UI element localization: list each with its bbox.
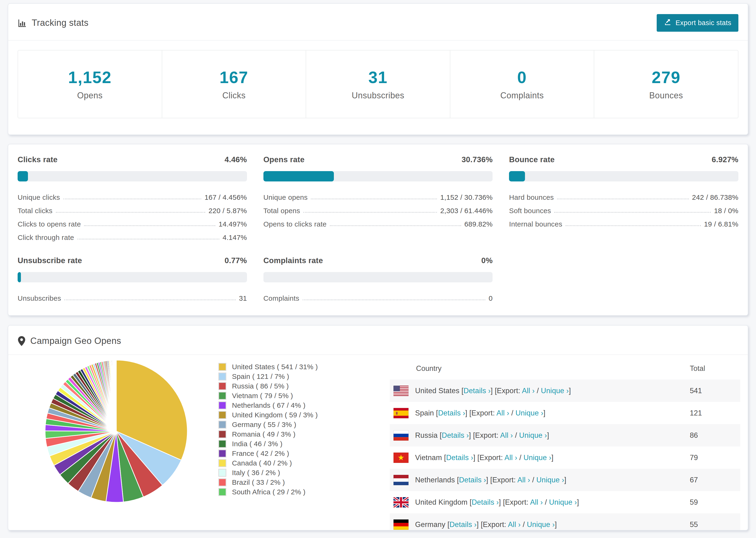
country-cell-netherlands: Netherlands [Details ›] [Export: All › /… [415,476,662,484]
rate-head-complaints-rate: Complaints rate0% [263,256,493,265]
country-name: Germany [ [415,520,450,529]
export-unique-link-vietnam[interactable]: Unique › [523,454,552,462]
table-row-russia: Russia [Details ›] [Export: All › / Uniq… [390,424,740,447]
rate-row-value: 19 / 6.81% [704,220,738,228]
rate-row-total-clicks: Total clicks220 / 5.87% [18,201,247,215]
details-link-united-kingdom[interactable]: Details › [472,498,499,506]
export-all-link-spain[interactable]: All › [497,409,509,417]
country-cell-russia: Russia [Details ›] [Export: All › / Uniq… [415,431,662,440]
rate-row-total-opens: Total opens2,303 / 61.446% [263,201,493,215]
geo-table: Country Total United States [Details ›] … [390,357,740,530]
export-all-link-russia[interactable]: All › [500,431,513,439]
rate-progressbar-complaints-rate [263,272,493,282]
rate-row-soft-bounces: Soft bounces18 / 0% [509,201,738,215]
pie-slice-other-47 [116,360,116,431]
rate-value: 0.77% [225,256,247,265]
separator-text: / [535,387,541,395]
stat-value-unsubscribes: 31 [368,68,388,87]
stat-card-bounces: 279Bounces [594,50,738,118]
export-all-link-vietnam[interactable]: All › [505,454,517,462]
country-name: United States [ [415,387,463,395]
legend-label: United Kingdom ( 59 / 3% ) [232,411,318,419]
rate-row-label: Hard bounces [509,193,554,201]
legend-item-russia: Russia ( 86 / 5% ) [218,381,331,391]
map-pin-icon [18,336,26,346]
rate-rows: Unique opens1,152 / 30.736%Total opens2,… [263,188,493,228]
dotted-leader [566,225,701,226]
legend-label: Spain ( 121 / 7% ) [232,372,289,381]
rate-row-label: Opens to clicks rate [263,220,327,228]
legend-swatch [218,478,226,486]
flag-gb-icon [394,497,408,508]
geo-title-text: Campaign Geo Opens [30,336,121,346]
legend-swatch [218,440,226,448]
rate-row-value: 4.147% [223,234,247,242]
export-unique-link-netherlands[interactable]: Unique › [536,476,564,484]
legend-item-brazil: Brazil ( 33 / 2% ) [218,477,331,487]
details-link-spain[interactable]: Details › [438,409,465,417]
export-unique-link-spain[interactable]: Unique › [515,409,543,417]
country-cell-spain: Spain [Details ›] [Export: All › / Uniqu… [415,409,662,417]
total-cell-united-kingdom: 59 [662,498,740,507]
legend-swatch [218,363,226,371]
total-cell-united-states: 541 [662,387,740,395]
legend-swatch [218,411,226,419]
legend-swatch [218,392,226,400]
export-all-link-united-states[interactable]: All › [522,387,535,395]
details-link-russia[interactable]: Details › [442,431,469,439]
rate-row-internal-bounces: Internal bounces19 / 6.81% [509,215,738,228]
bracket-text: ] [564,476,566,484]
legend-item-united-kingdom: United Kingdom ( 59 / 3% ) [218,410,331,420]
rate-progress-fill [18,272,21,282]
bracket-text: ] [Export: [469,431,500,439]
rate-value: 0% [481,256,493,265]
legend-swatch [218,430,226,438]
details-link-vietnam[interactable]: Details › [446,454,473,462]
legend-item-romania: Romania ( 49 / 3% ) [218,429,331,439]
separator-text: / [517,454,523,462]
rate-row-label: Click through rate [18,234,74,242]
campaign-geo-opens-card: Campaign Geo Opens United States ( 541 /… [8,325,748,530]
rate-row-value: 31 [239,295,247,302]
total-cell-germany: 55 [662,520,740,529]
details-link-germany[interactable]: Details › [450,520,477,529]
stat-value-bounces: 279 [652,68,681,87]
rate-row-label: Complaints [263,295,299,302]
export-basic-stats-button[interactable]: Export basic stats [657,14,738,32]
rate-row-unsubscribes: Unsubscribes31 [18,289,247,302]
rate-row-label: Unique opens [263,193,308,201]
export-all-link-united-kingdom[interactable]: All › [530,498,543,506]
details-link-united-states[interactable]: Details › [463,387,491,395]
dotted-leader [84,225,215,226]
export-all-link-netherlands[interactable]: All › [517,476,530,484]
legend-label: Italy ( 36 / 2% ) [232,469,280,477]
country-name: Netherlands [ [415,476,459,484]
separator-text: / [513,431,519,439]
rate-head-clicks-rate: Clicks rate4.46% [18,155,247,164]
export-all-link-germany[interactable]: All › [508,520,520,529]
rate-block-bounce-rate: Bounce rate6.927%Hard bounces242 / 86.73… [509,155,738,242]
details-link-netherlands[interactable]: Details › [459,476,486,484]
export-unique-link-russia[interactable]: Unique › [519,431,547,439]
rate-row-label: Internal bounces [509,220,562,228]
country-name: United Kingdom [ [415,498,472,506]
legend-item-canada: Canada ( 40 / 2% ) [218,458,331,468]
flag-nl-icon [394,475,408,485]
bracket-text: ] [Export: [477,520,508,529]
rate-rows: Unsubscribes31 [18,289,247,302]
stat-card-opens: 1,152Opens [18,50,162,118]
campaign-stats-page: { "colors":{"accent":"#0d8ea8","button":… [0,0,756,538]
export-unique-link-germany[interactable]: Unique › [527,520,555,529]
rate-row-label: Unique clicks [18,193,60,201]
export-unique-link-united-states[interactable]: Unique › [541,387,569,395]
dotted-leader [557,198,689,199]
table-row-united-kingdom: United Kingdom [Details ›] [Export: All … [390,491,740,513]
bracket-text: ] [Export: [473,454,505,462]
rate-progress-fill [263,171,334,182]
legend-item-spain: Spain ( 121 / 7% ) [218,372,331,381]
total-cell-russia: 86 [662,431,740,440]
export-unique-link-united-kingdom[interactable]: Unique › [549,498,577,506]
tracking-stats-header: Tracking stats Export basic stats [8,4,748,41]
legend-item-italy: Italy ( 36 / 2% ) [218,468,331,477]
tracking-stats-title: Tracking stats [18,18,88,28]
